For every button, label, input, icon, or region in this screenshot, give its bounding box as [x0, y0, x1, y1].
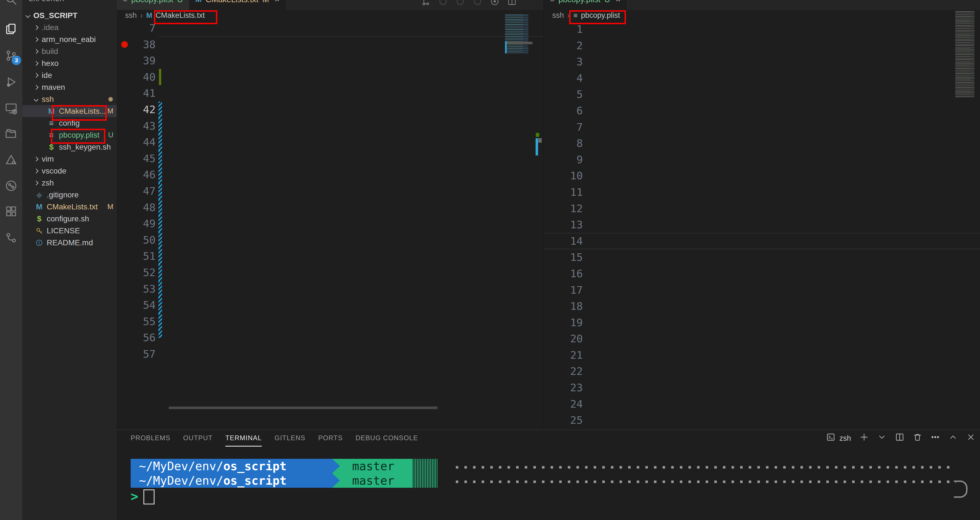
scrollbar-grip[interactable]	[538, 138, 542, 143]
split-terminal-button[interactable]	[895, 432, 904, 444]
left-code-area[interactable]: 7383940414243444546474849505152535455565…	[117, 20, 543, 427]
tree-item-vim[interactable]: vim	[22, 153, 117, 165]
panel-tab-output[interactable]: OUTPUT	[183, 434, 213, 447]
code-line-9[interactable]: 9	[544, 152, 980, 168]
more-actions-button[interactable]	[931, 432, 940, 444]
tab-cmakelists.txt[interactable]: MCMakeLists.txtM×	[189, 0, 285, 10]
project-folders-icon[interactable]	[5, 127, 18, 140]
code-line-38[interactable]: 38	[117, 37, 543, 53]
chevron-right-icon[interactable]	[34, 180, 39, 185]
left-horizontal-scrollbar[interactable]	[169, 407, 438, 409]
code-line-5[interactable]: 5	[544, 86, 980, 103]
code-line-25[interactable]: 25	[544, 412, 980, 429]
code-line-18[interactable]: 18	[544, 298, 980, 314]
code-line-8[interactable]: 8	[544, 135, 980, 152]
chevron-right-icon[interactable]	[34, 61, 39, 65]
code-line-54[interactable]: 54	[117, 297, 543, 313]
terminal-icon[interactable]	[826, 432, 835, 444]
code-line-19[interactable]: 19	[544, 314, 980, 331]
right-minimap[interactable]	[955, 11, 978, 97]
chevron-down-icon[interactable]	[25, 13, 30, 18]
tree-item-ssh[interactable]: ssh	[22, 93, 117, 105]
code-line-55[interactable]: 55	[117, 313, 543, 330]
code-line-52[interactable]: 52	[117, 265, 543, 281]
code-line-7[interactable]: 7	[544, 119, 980, 136]
tree-item-maven[interactable]: maven	[22, 81, 117, 93]
code-line-2[interactable]: 2	[544, 38, 980, 54]
code-line-10[interactable]: 10	[544, 167, 980, 184]
remote-explorer-icon[interactable]	[5, 102, 18, 115]
code-line-4[interactable]: 4	[544, 70, 980, 86]
tree-item-ide[interactable]: ide	[22, 69, 117, 81]
code-line-48[interactable]: 48	[117, 199, 543, 216]
chevron-right-icon[interactable]	[34, 156, 39, 161]
code-line-46[interactable]: 46	[117, 167, 543, 183]
code-line-14[interactable]: 14	[544, 233, 980, 249]
code-line-23[interactable]: 23	[544, 380, 980, 396]
code-line-45[interactable]: 45	[117, 150, 543, 167]
code-line-20[interactable]: 20	[544, 331, 980, 347]
tree-item-vscode[interactable]: vscode	[22, 165, 117, 177]
circle-dot-icon[interactable]	[490, 0, 500, 7]
code-line-22[interactable]: 22	[544, 363, 980, 380]
right-code-area[interactable]: 1234567891011121314151617181920212223242…	[544, 21, 980, 430]
code-line-57[interactable]: 57	[117, 346, 543, 362]
explorer-icon[interactable]	[5, 22, 18, 36]
maximize-panel-button[interactable]	[948, 432, 958, 444]
panel-tab-gitlens[interactable]: GITLENS	[275, 434, 305, 447]
chevron-right-icon[interactable]	[34, 25, 39, 30]
terminal[interactable]: ~/MyDev/env/os_script master ~/MyDev/env…	[117, 456, 980, 520]
tree-item-license[interactable]: LICENSE	[22, 225, 117, 237]
extensions-icon[interactable]	[5, 205, 18, 218]
tree-item-zsh[interactable]: zsh	[22, 177, 117, 189]
code-line-12[interactable]: 12	[544, 201, 980, 217]
close-icon[interactable]: ×	[616, 0, 620, 4]
chevron-right-icon[interactable]	[34, 73, 39, 78]
code-line-21[interactable]: 21	[544, 347, 980, 364]
split-editor-icon[interactable]	[507, 0, 517, 7]
code-line-40[interactable]: 40	[117, 69, 543, 85]
search-icon[interactable]	[5, 0, 18, 6]
chevron-right-icon[interactable]	[34, 169, 39, 173]
code-line-16[interactable]: 16	[544, 266, 980, 282]
code-line-53[interactable]: 53	[117, 281, 543, 297]
code-map-icon[interactable]	[5, 179, 18, 192]
code-line-39[interactable]: 39	[117, 53, 543, 69]
code-line-43[interactable]: 43	[117, 118, 543, 134]
editor-group-sash[interactable]	[543, 0, 544, 430]
code-line-11[interactable]: 11	[544, 184, 980, 201]
panel-tab-terminal[interactable]: TERMINAL	[225, 434, 262, 447]
chevron-down-icon[interactable]	[34, 97, 39, 102]
code-line-56[interactable]: 56	[117, 330, 543, 346]
code-line-41[interactable]: 41	[117, 85, 543, 102]
code-line-17[interactable]: 17	[544, 282, 980, 298]
ghost-icon[interactable]	[455, 0, 465, 7]
tab-pbcopy.plist[interactable]: ≡pbcopy.plistU×	[544, 0, 627, 10]
ghost-icon[interactable]	[473, 0, 482, 7]
git-graph-icon[interactable]	[5, 231, 18, 244]
source-control-icon[interactable]: 3	[5, 49, 18, 62]
tree-item-cmakelists.txt[interactable]: MCMakeLists.txtM	[22, 201, 117, 213]
build-tools-icon[interactable]	[5, 153, 18, 167]
code-line-44[interactable]: 44	[117, 134, 543, 150]
tree-item-build[interactable]: build	[22, 45, 117, 57]
code-line-51[interactable]: 51	[117, 248, 543, 265]
code-line-6[interactable]: 6	[544, 103, 980, 119]
close-panel-button[interactable]	[966, 432, 975, 444]
run-debug-icon[interactable]	[5, 75, 18, 89]
ghost-icon[interactable]	[438, 0, 448, 7]
chevron-right-icon[interactable]	[34, 37, 39, 42]
panel-tab-debug-console[interactable]: DEBUG CONSOLE	[355, 434, 418, 447]
breadcrumb-folder[interactable]: ssh	[125, 11, 137, 20]
tree-item-configure.sh[interactable]: $configure.sh	[22, 213, 117, 225]
terminal-dropdown[interactable]	[877, 432, 887, 444]
tree-item-readme.md[interactable]: README.md	[22, 237, 117, 249]
code-line-49[interactable]: 49	[117, 215, 543, 232]
chevron-right-icon[interactable]	[34, 49, 39, 54]
compare-icon[interactable]	[421, 0, 431, 7]
code-line-50[interactable]: 50	[117, 232, 543, 248]
code-line-13[interactable]: 13	[544, 217, 980, 233]
kill-terminal-button[interactable]	[913, 432, 922, 444]
code-line-47[interactable]: 47	[117, 183, 543, 199]
code-line-42[interactable]: 42	[117, 102, 543, 118]
